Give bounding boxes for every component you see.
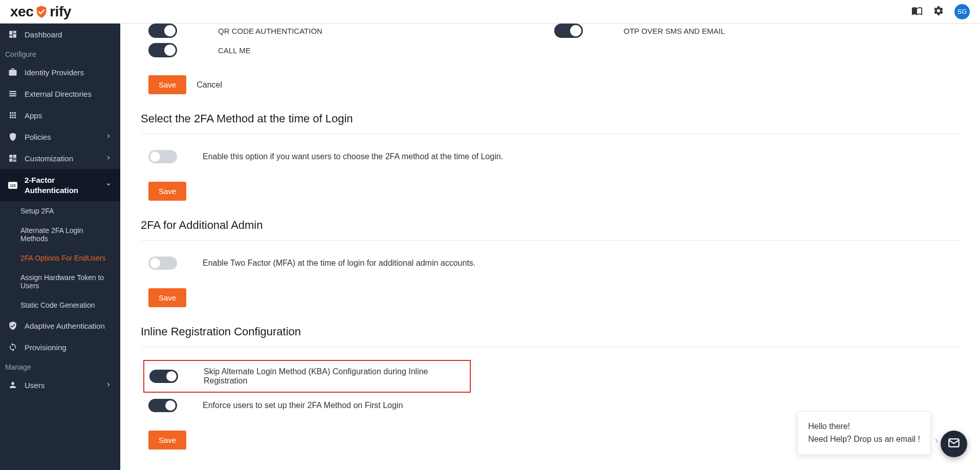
nav-label: Provisioning <box>25 343 67 352</box>
sidebar-submenu-2fa: Setup 2FA Alternate 2FA Login Methods 2F… <box>0 201 120 315</box>
briefcase-icon <box>8 68 17 77</box>
divider <box>141 134 960 134</box>
sub-setup-2fa[interactable]: Setup 2FA <box>0 201 120 221</box>
toggle-otp-sms-email[interactable] <box>554 24 583 38</box>
chat-greeting: Hello there! <box>808 420 920 433</box>
dashboard-icon <box>8 30 17 39</box>
nav-label: Apps <box>25 111 42 120</box>
toggle-additional-admin[interactable] <box>148 257 177 270</box>
chat-popup: Hello there! Need Help? Drop us an email… <box>797 411 931 455</box>
app-header: xec rify SG <box>0 0 980 24</box>
divider <box>141 347 960 347</box>
section-title-additional-admin: 2FA for Additional Admin <box>141 219 960 232</box>
user-icon <box>8 380 17 390</box>
nav-label: 2-Factor Authentication <box>25 175 98 195</box>
toggle-select-2fa-login[interactable] <box>148 150 177 163</box>
section-title-select-2fa: Select the 2FA Method at the time of Log… <box>141 112 960 125</box>
nav-label: Users <box>25 381 45 390</box>
chevron-right-icon <box>932 436 941 447</box>
label-call-me: CALL ME <box>218 46 251 55</box>
auth-methods-grid: QR CODE AUTHENTICATION CALL ME OTP OVER … <box>141 24 960 62</box>
nav-section-manage: Manage <box>0 358 120 374</box>
cancel-link[interactable]: Cancel <box>197 80 222 90</box>
widgets-icon <box>8 154 17 163</box>
nav-label: External Directories <box>25 90 92 98</box>
sub-options-endusers[interactable]: 2FA Options For EndUsers <box>0 248 120 268</box>
svg-text:123: 123 <box>10 184 16 187</box>
sidebar-item-dashboard[interactable]: Dashboard <box>0 24 120 45</box>
save-button-methods[interactable]: Save <box>148 75 186 94</box>
sidebar-item-customization[interactable]: Customization <box>0 147 120 169</box>
chat-fab-button[interactable] <box>941 431 967 457</box>
sub-assign-token[interactable]: Assign Hardware Token to Users <box>0 268 120 295</box>
nav-label: Identity Providers <box>25 68 84 77</box>
list-icon <box>8 89 17 98</box>
verified-icon <box>8 321 17 330</box>
brand-post: rify <box>50 4 71 20</box>
shield-check-icon <box>34 5 49 19</box>
brand-logo: xec rify <box>10 4 71 20</box>
divider <box>141 240 960 241</box>
sync-icon <box>8 343 17 352</box>
toggle-enforce-first-login[interactable] <box>148 399 177 412</box>
chat-help-text: Need Help? Drop us an email ! <box>808 433 920 446</box>
desc-skip-kba: Skip Alternate Login Method (KBA) Config… <box>204 367 465 386</box>
desc-select-2fa-login: Enable this option if you want users to … <box>203 152 503 161</box>
section-title-inline-reg: Inline Registration Configuration <box>141 325 960 338</box>
sidebar-item-2fa[interactable]: 123 2-Factor Authentication <box>0 169 120 201</box>
main-content: QR CODE AUTHENTICATION CALL ME OTP OVER … <box>120 24 980 470</box>
shield-icon <box>8 132 17 141</box>
user-avatar[interactable]: SG <box>954 4 970 19</box>
sidebar-item-external-directories[interactable]: External Directories <box>0 83 120 104</box>
save-button-inline-reg[interactable]: Save <box>148 431 186 450</box>
label-otp-sms-email: OTP OVER SMS AND EMAIL <box>624 27 725 35</box>
sidebar-item-provisioning[interactable]: Provisioning <box>0 336 120 358</box>
book-icon[interactable] <box>911 5 923 18</box>
nav-section-configure: Configure <box>0 45 120 61</box>
chevron-down-icon <box>105 181 112 189</box>
nav-label: Adaptive Authentication <box>25 322 105 330</box>
desc-additional-admin: Enable Two Factor (MFA) at the time of l… <box>203 259 475 268</box>
nav-label: Customization <box>25 154 73 163</box>
sidebar-item-users[interactable]: Users <box>0 374 120 396</box>
save-button-select-2fa[interactable]: Save <box>148 182 186 201</box>
chevron-right-icon <box>105 154 112 163</box>
label-qr-code: QR CODE AUTHENTICATION <box>218 27 322 35</box>
highlighted-option: Skip Alternate Login Method (KBA) Config… <box>143 360 471 393</box>
sidebar-item-adaptive-auth[interactable]: Adaptive Authentication <box>0 315 120 336</box>
nav-label: Dashboard <box>25 30 62 39</box>
brand-pre: xec <box>10 4 33 20</box>
password-icon: 123 <box>8 181 17 190</box>
sub-static-code[interactable]: Static Code Generation <box>0 295 120 315</box>
mail-icon <box>947 436 961 452</box>
sidebar-item-apps[interactable]: Apps <box>0 104 120 126</box>
toggle-skip-kba[interactable] <box>149 370 178 383</box>
chevron-right-icon <box>105 381 112 390</box>
sidebar: Dashboard Configure Identity Providers E… <box>0 24 120 470</box>
sub-alternate-methods[interactable]: Alternate 2FA Login Methods <box>0 221 120 248</box>
toggle-call-me[interactable] <box>148 43 177 57</box>
header-actions: SG <box>911 4 970 19</box>
save-button-additional-admin[interactable]: Save <box>148 288 186 307</box>
desc-enforce-first-login: Enforce users to set up their 2FA Method… <box>203 401 403 410</box>
apps-icon <box>8 111 17 120</box>
chevron-right-icon <box>105 133 112 141</box>
toggle-qr-code[interactable] <box>148 24 177 38</box>
nav-label: Policies <box>25 133 51 141</box>
gear-icon[interactable] <box>933 5 944 18</box>
sidebar-item-policies[interactable]: Policies <box>0 126 120 147</box>
sidebar-item-identity-providers[interactable]: Identity Providers <box>0 61 120 83</box>
